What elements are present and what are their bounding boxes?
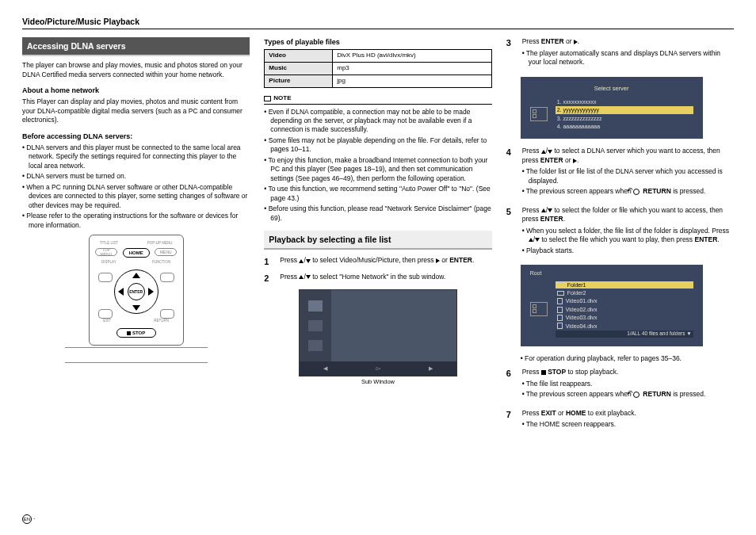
down-icon [306, 275, 311, 279]
column-2: Types of playable files VideoDivX Plus H… [264, 37, 491, 439]
up-icon [299, 259, 304, 263]
filmstrip-icon [530, 107, 548, 121]
list-item: Video04.divx [556, 323, 693, 330]
dpad-left-icon [118, 288, 124, 296]
play-icon [436, 258, 440, 263]
about-text: This Player can display and play movies,… [22, 97, 250, 124]
step-4: 4 Press / to select a DLNA server which … [506, 147, 734, 201]
file-icon [557, 307, 563, 313]
list-item: Some files may not be playable depending… [264, 136, 491, 155]
list-item: Folder2 [556, 289, 693, 296]
list-item: When you select a folder, the file list … [522, 227, 734, 245]
column-1: Accessing DLNA servers The player can br… [22, 37, 250, 439]
play-icon [574, 40, 578, 44]
page-separator: · [33, 515, 35, 524]
list-item: The previous screen appears when RETURN … [522, 187, 734, 196]
table-cell: mp3 [333, 63, 491, 75]
step-7: 7 Press EXIT or HOME to exit playback. T… [506, 409, 734, 434]
list-item: DLNA servers must be turned on. [22, 172, 250, 181]
enter-button: ENTER [128, 283, 145, 300]
step-5: 5 Press / to select the folder or file w… [506, 206, 734, 260]
section-accessing-dlna: Accessing DLNA servers [22, 37, 250, 56]
table-cell: Music [265, 63, 333, 75]
note-heading: NOTE [264, 94, 491, 105]
list-item: 4. aaaaaaaaaaaa [556, 123, 693, 130]
step-2: 2 Press / to select "Home Network" in th… [264, 273, 491, 285]
list-item: Please refer to the operating instructio… [22, 212, 250, 230]
video-icon [308, 300, 323, 311]
about-heading: About a home network [22, 86, 250, 95]
select-server-osd: Select server 1. xxxxxxxxxxxx 2. yyyyyyy… [521, 77, 703, 139]
list-item: 1. xxxxxxxxxxxx [556, 98, 693, 105]
music-icon [308, 320, 323, 331]
section-playback-filelist: Playback by selecting a file list [264, 231, 491, 250]
folder-icon [557, 282, 564, 287]
list-item: For operation during playback, refer to … [521, 354, 734, 363]
home-network-icon: ⌂▫ [376, 365, 381, 372]
step-1: 1 Press / to select Video/Music/Picture,… [264, 256, 491, 268]
table-cell: DivX Plus HD (avi/divx/mkv) [333, 50, 491, 63]
subwindow-caption: Sub Window [264, 378, 491, 386]
osd-status: 1/ALL 40 files and folders ▼ [556, 331, 693, 338]
language-badge-icon: EN [22, 514, 32, 524]
list-item: 2. yyyyyyyyyyyyy [556, 106, 693, 113]
list-item: Before using this function, please read … [264, 204, 491, 223]
before-heading: Before accessing DLNA servers: [22, 132, 250, 141]
folder-icon [557, 291, 564, 296]
list-item: The file list reappears. [522, 380, 734, 388]
sub-window-screenshot: ◀⌂▫▶ [299, 289, 457, 376]
page-footer: EN · [22, 514, 35, 524]
down-icon [306, 259, 311, 263]
top-menu-button: TOP MENU [95, 248, 117, 256]
list-item: The previous screen appears when RETURN … [522, 390, 734, 399]
note-icon [264, 96, 271, 101]
list-item: The player automatically scans and displ… [522, 49, 734, 67]
menu-button: MENU [155, 248, 177, 256]
home-button: HOME [123, 248, 150, 258]
file-icon [557, 323, 563, 329]
page-header: Video/Picture/Music Playback [22, 16, 734, 29]
list-item: Video01.divx [556, 297, 693, 304]
list-item: 3. zzzzzzzzzzzzzz [556, 115, 693, 122]
photo-icon [308, 340, 323, 351]
table-cell: jpg [333, 75, 491, 87]
column-3: 3 Press ENTER or . The player automatica… [506, 37, 734, 439]
filmstrip-icon [530, 302, 548, 316]
before-list: DLNA servers and this player must be con… [22, 143, 250, 230]
list-item: To enjoy this function, make a broadband… [264, 156, 491, 183]
stop-button: STOP [116, 328, 156, 338]
file-list-osd: Root Folder1 Folder2 Video01.divx Video0… [521, 265, 703, 346]
osd-breadcrumb: Root [530, 269, 693, 277]
types-heading: Types of playable files [264, 37, 491, 47]
file-types-table: VideoDivX Plus HD (avi/divx/mkv) Musicmp… [264, 49, 491, 87]
list-item: DLNA servers and this player must be con… [22, 143, 250, 170]
file-icon [557, 298, 563, 304]
up-icon [299, 275, 304, 279]
content-columns: Accessing DLNA servers The player can br… [22, 37, 734, 439]
list-item: Even if DLNA compatible, a connection ma… [264, 108, 491, 135]
list-item: The HOME screen reappears. [522, 420, 734, 429]
remote-illustration: TITLE LISTPOP-UP MENU TOP MENUHOMEMENU D… [65, 235, 208, 369]
dpad-down-icon [132, 305, 140, 311]
list-item: When a PC running DLNA server software o… [22, 183, 250, 210]
osd-title: Select server [530, 85, 693, 93]
list-item: The folder list or file list of the DLNA… [522, 167, 734, 185]
list-item: Video02.divx [556, 306, 693, 313]
intro-text: The player can browse and play movies, m… [22, 61, 250, 79]
return-icon [633, 189, 640, 195]
return-icon [633, 392, 640, 398]
list-item: Folder1 [556, 281, 693, 289]
table-cell: Video [265, 50, 333, 63]
dpad-up-icon [132, 273, 140, 278]
list-item: To use this function, we recommend setti… [264, 185, 491, 203]
step-3: 3 Press ENTER or . The player automatica… [506, 37, 734, 71]
note-list: Even if DLNA compatible, a connection ma… [264, 108, 491, 224]
list-item: Playback starts. [522, 246, 734, 255]
file-icon [557, 315, 563, 321]
dpad: ENTER [105, 268, 168, 315]
step-6: 6 Press STOP to stop playback. The file … [506, 368, 734, 403]
table-cell: Picture [265, 75, 333, 87]
list-item: Video03.divx [556, 314, 693, 321]
stop-icon [541, 370, 546, 375]
dpad-right-icon [148, 288, 154, 296]
